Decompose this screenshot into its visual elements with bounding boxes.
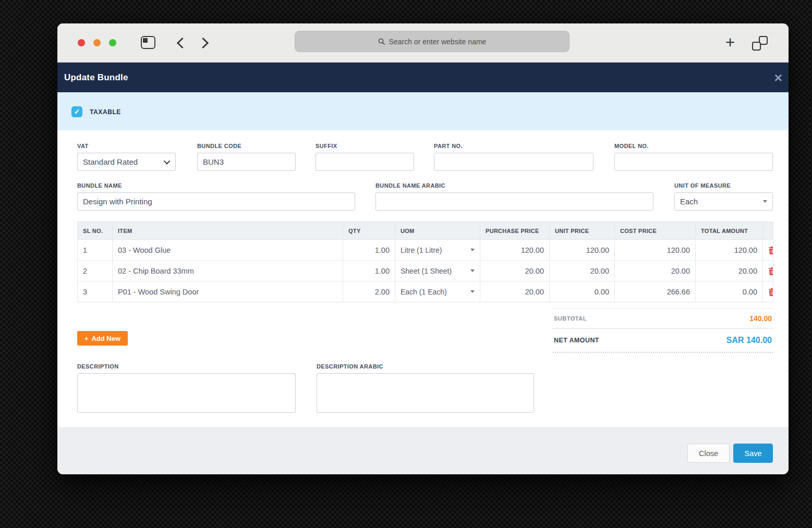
browser-window: Search or enter website name + Update Bu… [57,23,789,474]
address-bar[interactable]: Search or enter website name [295,31,569,52]
col-qty: QTY [343,222,395,240]
items-table: SL NO. ITEM QTY UOM PURCHASE PRICE UNIT … [77,222,773,302]
vat-selected-value: Standard Rated [83,157,138,166]
col-purchase-price: PURCHASE PRICE [480,222,550,240]
model-no-label: MODEL NO. [614,143,649,149]
chevron-down-icon [164,158,171,165]
cell-total-amount: 20.00 [696,261,763,281]
back-button[interactable] [177,38,188,48]
dropdown-arrow-icon [470,290,475,293]
tab-overview-button[interactable] [752,36,768,51]
cell-cost-price: 20.00 [615,261,696,281]
cell-qty[interactable]: 1.00 [343,261,395,281]
suffix-input[interactable] [316,153,414,171]
unit-of-measure-label: UNIT OF MEASURE [674,182,731,189]
col-item: ITEM [113,222,343,240]
col-total-amount: TOTAL AMOUNT [696,222,763,240]
cell-purchase-price: 20.00 [480,261,550,281]
description-label: DESCRIPTION [77,363,119,370]
uom-select[interactable]: Each (1 Each) [395,281,480,302]
totals-panel: SUBTOTAL 140.00 NET AMOUNT SAR 140.00 [553,308,773,353]
save-button[interactable]: Save [733,444,773,463]
add-new-button[interactable]: + Add New [77,331,128,346]
col-cost-price: COST PRICE [615,222,696,240]
bundle-code-input[interactable] [197,153,296,171]
modal-footer: Close Save [57,427,789,474]
delete-row-button[interactable] [763,261,773,281]
items-table-header-row: SL NO. ITEM QTY UOM PURCHASE PRICE UNIT … [78,222,773,240]
add-new-label: Add New [91,335,120,342]
close-button[interactable]: Close [687,444,730,463]
cell-qty[interactable]: 1.00 [343,240,395,261]
vat-label: VAT [77,143,89,149]
cell-cost-price: 120.00 [615,240,696,261]
search-icon [378,38,385,45]
browser-toolbar: Search or enter website name + [57,23,789,63]
description-textarea[interactable] [77,373,296,413]
description-arabic-label: DESCRIPTION ARABIC [317,363,383,370]
delete-row-button[interactable] [763,240,773,261]
cell-sl-no: 1 [78,240,113,261]
cell-sl-no: 2 [78,261,113,281]
traffic-light-minimize-button[interactable] [93,39,101,46]
cell-item[interactable]: 02 - Chip Board 33mm [113,261,343,281]
taxable-section: ✓ TAXABLE [57,92,789,130]
cell-total-amount: 0.00 [696,281,763,302]
modal-close-icon[interactable]: ✕ [773,72,783,83]
trash-icon [768,267,773,275]
dropdown-arrow-icon [470,269,475,272]
dropdown-arrow-icon [763,200,767,203]
cell-total-amount: 120.00 [696,240,763,261]
cell-unit-price: 0.00 [550,281,615,302]
description-arabic-textarea[interactable] [317,373,534,413]
col-actions [763,222,773,240]
table-row: 3 P01 - Wood Swing Door 2.00 Each (1 Eac… [78,281,773,302]
net-amount-value: SAR 140.00 [726,336,772,345]
trash-icon [768,288,773,296]
new-tab-button[interactable]: + [721,34,740,53]
delete-row-button[interactable] [763,281,773,302]
cell-unit-price: 20.00 [550,261,615,281]
modal-body: VAT BUNDLE CODE SUFFIX PART NO. MODEL NO… [57,130,789,427]
cell-item[interactable]: 03 - Wood Glue [113,240,343,261]
cell-purchase-price: 120.00 [480,240,550,261]
subtotal-label: SUBTOTAL [554,315,587,322]
cell-sl-no: 3 [78,281,113,302]
col-unit-price: UNIT PRICE [550,222,615,240]
vat-select[interactable]: Standard Rated [77,153,176,171]
part-no-input[interactable] [434,153,593,171]
bundle-name-arabic-label: BUNDLE NAME ARABIC [375,182,445,189]
modal-title: Update Bundle [64,72,128,83]
col-uom: UOM [395,222,480,240]
unit-of-measure-select[interactable]: Each [674,192,773,211]
uom-select[interactable]: Litre (1 Litre) [395,240,480,261]
uom-select[interactable]: Sheet (1 Sheet) [395,261,480,281]
unit-of-measure-selected-value: Each [680,197,698,206]
model-no-input[interactable] [614,153,773,171]
sidebar-toggle-icon[interactable] [141,36,155,49]
bundle-name-arabic-input[interactable] [375,192,653,211]
cell-unit-price: 120.00 [550,240,615,261]
cell-item[interactable]: P01 - Wood Swing Door [113,281,343,302]
bundle-name-input[interactable] [77,192,355,211]
table-row: 1 03 - Wood Glue 1.00 Litre (1 Litre) 12… [78,240,773,261]
cell-qty[interactable]: 2.00 [343,281,395,302]
cell-cost-price: 266.66 [615,281,696,302]
traffic-light-close-button[interactable] [78,39,85,46]
bundle-name-label: BUNDLE NAME [77,182,122,189]
trash-icon [768,247,773,254]
taxable-label: TAXABLE [90,108,121,116]
dropdown-arrow-icon [470,249,475,251]
net-amount-label: NET AMOUNT [554,337,599,344]
plus-icon: + [84,335,89,342]
cell-purchase-price: 20.00 [480,281,550,302]
part-no-label: PART NO. [434,143,463,149]
forward-button[interactable] [198,38,209,48]
traffic-light-zoom-button[interactable] [109,39,116,46]
address-bar-placeholder: Search or enter website name [389,38,487,46]
subtotal-value: 140.00 [749,314,772,323]
modal-header: Update Bundle ✕ [57,63,789,92]
suffix-label: SUFFIX [316,143,337,149]
table-row: 2 02 - Chip Board 33mm 1.00 Sheet (1 She… [78,261,773,281]
taxable-checkbox[interactable]: ✓ [71,106,82,117]
